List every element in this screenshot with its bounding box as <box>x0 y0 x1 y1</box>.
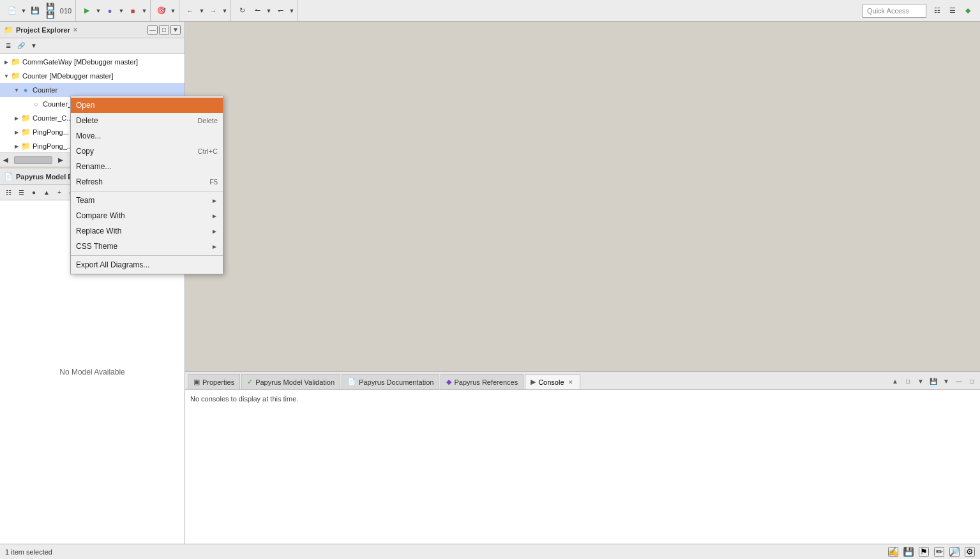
tabs-prev-button[interactable]: ▲ <box>889 375 901 387</box>
extra2-dropdown[interactable]: ▼ <box>266 4 272 18</box>
tab-console[interactable]: ▶ Console ✕ <box>525 374 580 389</box>
stop-button[interactable]: ■ <box>126 4 140 18</box>
menu-arrow-replace: ► <box>211 228 218 235</box>
tab-properties[interactable]: ▣ Properties <box>188 374 240 389</box>
menu-item-rename[interactable]: Rename... <box>71 159 223 174</box>
stop-dropdown[interactable]: ▼ <box>141 4 147 18</box>
papyrus-toolbar-btn3[interactable]: ● <box>28 187 40 198</box>
tabs-save-button[interactable]: 💾 <box>928 375 939 387</box>
tree-icon-counter-sub: ○ <box>31 99 41 109</box>
extra3-button[interactable]: ↽ <box>273 4 287 18</box>
tabs-minimize-button[interactable]: □ <box>902 375 914 387</box>
tree-label-counter-project: Counter [MDebugger master] <box>22 72 182 80</box>
tab-close-console[interactable]: ✕ <box>567 378 575 386</box>
tab-documentation[interactable]: 📄 Papyrus Documentation <box>342 374 439 389</box>
menu-shortcut-copy: Ctrl+C <box>198 147 218 155</box>
close-project-explorer-icon: ✕ <box>73 27 78 33</box>
save-button[interactable]: 💾 <box>28 4 42 18</box>
extra3-dropdown[interactable]: ▼ <box>289 4 295 18</box>
target-dropdown[interactable]: ▼ <box>170 4 176 18</box>
context-menu: Open Delete Delete Move... Copy Ctrl+C R… <box>70 96 223 274</box>
scroll-right-button[interactable]: ▶ <box>55 154 66 166</box>
tabs-maximize-button[interactable]: □ <box>966 375 977 387</box>
view-button[interactable]: ☰ <box>946 4 960 18</box>
back-button[interactable]: ← <box>183 4 197 18</box>
menu-item-open[interactable]: Open <box>71 98 223 113</box>
menu-item-replace[interactable]: Replace With ► <box>71 223 223 239</box>
collapse-all-button[interactable]: ≣ <box>3 40 14 52</box>
toolbar-group-target: 🎯 ▼ <box>152 0 179 21</box>
tab-label-properties: Properties <box>202 378 234 386</box>
status-icon6[interactable]: ⚙ <box>965 547 975 557</box>
perspective-button[interactable]: ☷ <box>930 4 944 18</box>
menu-item-css-theme[interactable]: CSS Theme ► <box>71 239 223 254</box>
menu-item-copy[interactable]: Copy Ctrl+C <box>71 144 223 159</box>
menu-label-export: Export All Diagrams... <box>76 260 218 269</box>
minimize-project-explorer-button[interactable]: — <box>147 25 158 35</box>
menu-item-team[interactable]: Team ► <box>71 193 223 208</box>
status-icon4[interactable]: ✏ <box>934 547 944 557</box>
menu-label-team: Team <box>76 196 211 205</box>
bottom-tabs-bar: ▣ Properties ✓ Papyrus Model Validation … <box>185 372 980 390</box>
link-editor-button[interactable]: 🔗 <box>15 40 27 52</box>
menu-item-refresh[interactable]: Refresh F5 <box>71 174 223 190</box>
maximize-project-explorer-button[interactable]: □ <box>159 25 169 35</box>
toolbar-group-right: ☷ ☰ ◆ <box>928 0 977 21</box>
extra1-button[interactable]: ↻ <box>235 4 249 18</box>
tabs-dropdown2-button[interactable]: ▼ <box>940 375 952 387</box>
forward-button[interactable]: → <box>206 4 220 18</box>
status-icon3[interactable]: ⚑ <box>919 547 929 557</box>
new-button[interactable]: 📄 <box>5 4 19 18</box>
scroll-left-button[interactable]: ◀ <box>0 154 11 166</box>
tab-references[interactable]: ◆ Papyrus References <box>441 374 524 389</box>
toolbar-group-nav: ← ▼ → ▼ <box>181 0 231 21</box>
tree-item-commgateway[interactable]: ▶ 📁 CommGateWay [MDebugger master] <box>0 55 185 69</box>
console-content: No consoles to display at this time. <box>185 390 980 544</box>
run-button[interactable]: ▶ <box>80 4 94 18</box>
menu-label-refresh: Refresh <box>76 177 197 186</box>
target-button[interactable]: 🎯 <box>155 4 169 18</box>
tab-model-validation[interactable]: ✓ Papyrus Model Validation <box>241 374 340 389</box>
menu-item-compare[interactable]: Compare With ► <box>71 208 223 223</box>
tree-label-commgateway: CommGateWay [MDebugger master] <box>22 58 182 66</box>
tree-item-counter[interactable]: ▼ ● Counter <box>0 83 185 97</box>
view-options-button[interactable]: ▼ <box>28 40 40 52</box>
save-all-button[interactable]: 💾💾 <box>43 4 57 18</box>
tree-item-counter-project[interactable]: ▼ 📁 Counter [MDebugger master] <box>0 69 185 83</box>
scroll-thumb[interactable] <box>14 156 52 164</box>
project-explorer-header-icons: — □ ▼ <box>147 25 181 35</box>
status-icon2[interactable]: 💾 <box>903 547 914 557</box>
status-icon5[interactable]: 🔎 <box>949 547 960 557</box>
binary-button[interactable]: 010 <box>59 4 73 18</box>
extra2-button[interactable]: ↼ <box>250 4 264 18</box>
papyrus-toolbar-btn1[interactable]: ☷ <box>3 187 14 198</box>
status-icon1[interactable]: ✍ <box>888 547 898 557</box>
debug-dropdown[interactable]: ▼ <box>118 4 124 18</box>
menu-label-delete: Delete <box>76 116 185 125</box>
menu-item-export[interactable]: Export All Diagrams... <box>71 257 223 272</box>
tabs-collapse-button[interactable]: — <box>953 375 965 387</box>
tab-label-console: Console <box>538 378 564 386</box>
papyrus-toolbar-btn5[interactable]: + <box>54 187 65 198</box>
menu-item-move[interactable]: Move... <box>71 128 223 144</box>
papyrus-toolbar-btn2[interactable]: ☰ <box>15 187 27 198</box>
menu-label-rename: Rename... <box>76 162 218 171</box>
project-explorer-title: Project Explorer <box>16 26 70 34</box>
menu-item-delete[interactable]: Delete Delete <box>71 113 223 128</box>
new-dropdown[interactable]: ▼ <box>20 4 27 18</box>
app-button[interactable]: ◆ <box>961 4 975 18</box>
tab-icon-references: ◆ <box>446 378 451 386</box>
menu-label-move: Move... <box>76 131 218 140</box>
menu-shortcut-refresh: F5 <box>209 178 218 186</box>
run-dropdown[interactable]: ▼ <box>95 4 102 18</box>
tab-label-references: Papyrus References <box>454 378 518 386</box>
quick-access-box[interactable]: Quick Access <box>863 4 926 18</box>
tabs-dropdown-button[interactable]: ▼ <box>915 375 926 387</box>
tab-icon-validation: ✓ <box>247 378 253 386</box>
back-dropdown[interactable]: ▼ <box>199 4 205 18</box>
view-menu-project-explorer-button[interactable]: ▼ <box>170 25 181 35</box>
forward-dropdown[interactable]: ▼ <box>222 4 228 18</box>
debug-button[interactable]: ● <box>103 4 117 18</box>
tree-arrow-counter-c: ▶ <box>13 114 20 122</box>
papyrus-toolbar-btn4[interactable]: ▲ <box>41 187 52 198</box>
